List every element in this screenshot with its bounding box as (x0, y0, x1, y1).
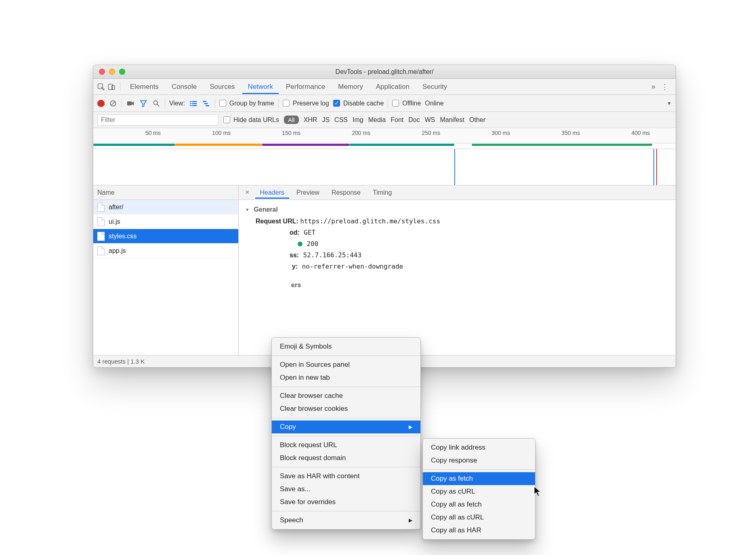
svg-rect-12 (190, 105, 191, 106)
ctx-clear-cache[interactable]: Clear browser cache (272, 389, 420, 402)
tab-performance[interactable]: Performance (280, 80, 331, 94)
ctx-open-in-new-tab[interactable]: Open in new tab (272, 371, 420, 384)
remote-address-row: ss: 52.7.166.25:443 (245, 250, 669, 261)
filter-type-manifest[interactable]: Manifest (440, 116, 464, 124)
timeline-ruler[interactable]: 50 ms 100 ms 150 ms 200 ms 250 ms 300 ms… (93, 128, 676, 143)
svg-rect-15 (204, 103, 208, 104)
request-method-row: od: GET (245, 227, 669, 238)
ctx-block-request-url[interactable]: Block request URL (272, 439, 420, 452)
ctx-copy-as-fetch[interactable]: Copy as fetch (423, 472, 535, 485)
detail-tab-headers[interactable]: Headers (255, 187, 289, 199)
group-by-frame-label: Group by frame (229, 100, 274, 107)
titlebar: DevTools - preload.glitch.me/after/ (93, 65, 676, 79)
separator (272, 511, 420, 511)
filter-type-css[interactable]: CSS (334, 116, 348, 124)
filter-icon[interactable] (139, 99, 148, 108)
tab-application[interactable]: Application (370, 80, 415, 94)
svg-rect-8 (190, 101, 191, 102)
timeline-overview[interactable] (93, 143, 676, 149)
preserve-log-checkbox[interactable]: Preserve log (283, 100, 329, 107)
tab-network[interactable]: Network (242, 80, 279, 94)
request-url-value: https://preload.glitch.me/styles.css (300, 217, 440, 225)
separator (165, 99, 165, 108)
filter-type-all[interactable]: All (284, 116, 299, 124)
filter-type-media[interactable]: Media (368, 116, 386, 124)
minimize-window-button[interactable] (109, 69, 115, 75)
filter-type-font[interactable]: Font (391, 116, 403, 124)
filter-input[interactable] (97, 114, 218, 126)
tick: 50 ms (145, 130, 163, 136)
ctx-copy-response[interactable]: Copy response (423, 454, 535, 467)
filter-type-xhr[interactable]: XHR (304, 116, 317, 124)
ctx-copy-submenu[interactable]: Copy▶ (272, 420, 420, 433)
tab-console[interactable]: Console (166, 80, 202, 94)
device-toggle-icon[interactable] (107, 83, 116, 91)
filter-type-ws[interactable]: WS (425, 116, 435, 124)
list-view-icon[interactable] (189, 99, 198, 108)
request-name: ui.js (109, 218, 120, 225)
checkbox-icon (392, 100, 399, 107)
request-row-selected[interactable]: styles.css (93, 229, 238, 244)
ctx-block-request-domain[interactable]: Block request domain (272, 452, 420, 465)
detail-tab-preview[interactable]: Preview (292, 187, 324, 199)
hide-data-urls-checkbox[interactable]: Hide data URLs (223, 116, 279, 124)
separator (278, 99, 279, 108)
request-row[interactable]: ui.js (93, 214, 238, 229)
filter-type-js[interactable]: JS (322, 116, 330, 124)
camera-icon[interactable] (126, 99, 135, 108)
tick: 250 ms (422, 130, 443, 136)
headers-section: ▼ General Request URL: https://preload.g… (239, 200, 676, 295)
ctx-clear-cookies[interactable]: Clear browser cookies (272, 402, 420, 415)
inspect-icon[interactable] (97, 83, 105, 91)
separator (272, 355, 420, 356)
ctx-copy-all-as-har[interactable]: Copy all as HAR (423, 524, 535, 537)
ctx-copy-all-as-fetch[interactable]: Copy all as fetch (423, 498, 535, 511)
tab-security[interactable]: Security (417, 80, 453, 94)
record-button[interactable] (97, 100, 105, 107)
ctx-copy-as-curl[interactable]: Copy as cURL (423, 485, 535, 498)
ctx-copy-link-address[interactable]: Copy link address (423, 441, 535, 454)
group-by-frame-checkbox[interactable]: Group by frame (219, 100, 274, 107)
general-section-header[interactable]: ▼ General (245, 204, 669, 216)
search-icon[interactable] (152, 99, 161, 108)
general-label: General (254, 206, 278, 213)
detail-tab-response[interactable]: Response (327, 187, 365, 199)
dropdown-icon[interactable]: ▼ (667, 101, 672, 106)
request-name: app.js (109, 247, 126, 254)
tab-memory[interactable]: Memory (332, 80, 368, 94)
tab-sources[interactable]: Sources (204, 80, 240, 94)
ctx-speech-submenu[interactable]: Speech▶ (272, 514, 420, 527)
request-row[interactable]: app.js (93, 244, 238, 258)
separator (215, 99, 215, 108)
timeline-detail[interactable] (93, 149, 676, 185)
close-window-button[interactable] (99, 69, 105, 75)
ctx-emoji-symbols[interactable]: Emoji & Symbols (272, 340, 420, 353)
context-menu: Emoji & Symbols Open in Sources panel Op… (271, 337, 421, 530)
ctx-save-overrides[interactable]: Save for overrides (272, 496, 420, 509)
tick: 150 ms (282, 130, 303, 136)
filter-type-other[interactable]: Other (469, 116, 485, 124)
detail-tabstrip: × Headers Preview Response Timing (239, 185, 676, 200)
close-detail-icon[interactable]: × (242, 188, 253, 197)
ctx-save-as[interactable]: Save as... (272, 483, 420, 496)
request-row[interactable]: after/ (93, 200, 238, 214)
filter-type-img[interactable]: Img (353, 116, 363, 124)
disable-cache-checkbox[interactable]: Disable cache (333, 100, 384, 107)
ctx-copy-all-as-curl[interactable]: Copy all as cURL (423, 511, 535, 524)
filter-type-doc[interactable]: Doc (408, 116, 420, 124)
ctx-open-in-sources[interactable]: Open in Sources panel (272, 358, 420, 371)
overflow-tabs-icon[interactable]: » (651, 82, 655, 91)
clear-icon[interactable] (109, 99, 118, 108)
zoom-window-button[interactable] (119, 69, 125, 75)
ctx-save-har[interactable]: Save as HAR with content (272, 470, 420, 483)
tab-elements[interactable]: Elements (124, 80, 164, 94)
online-throttle-select[interactable]: Online (425, 100, 443, 107)
waterfall-view-icon[interactable] (202, 99, 211, 108)
detail-tab-timing[interactable]: Timing (368, 187, 397, 199)
svg-line-4 (111, 101, 115, 105)
svg-rect-13 (192, 105, 197, 106)
kebab-menu-icon[interactable]: ⋮ (661, 82, 668, 91)
name-column-header[interactable]: Name (93, 185, 238, 200)
offline-checkbox[interactable]: Offline (392, 100, 421, 107)
response-headers-section-header[interactable]: ers (245, 280, 669, 291)
